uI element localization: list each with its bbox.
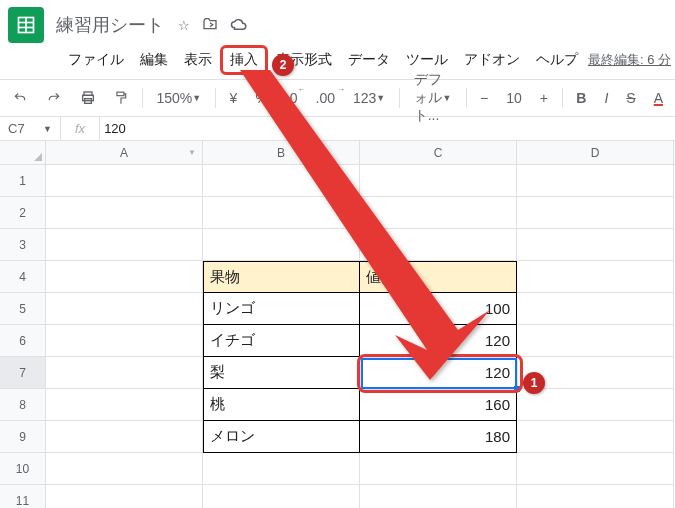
font-size-decrease[interactable]: − xyxy=(476,87,492,109)
select-all-corner[interactable] xyxy=(0,141,46,164)
cell[interactable] xyxy=(517,197,674,229)
menu-edit[interactable]: 編集 xyxy=(132,47,176,73)
cell[interactable] xyxy=(360,485,517,508)
row-header[interactable]: 10 xyxy=(0,453,46,485)
row-header[interactable]: 2 xyxy=(0,197,46,229)
italic-button[interactable]: I xyxy=(600,87,612,109)
menu-view[interactable]: 表示 xyxy=(176,47,220,73)
font-size-increase[interactable]: + xyxy=(536,87,552,109)
selection-handle[interactable] xyxy=(514,386,520,392)
row-header[interactable]: 9 xyxy=(0,421,46,453)
formula-input[interactable]: 120 xyxy=(100,121,126,136)
row-header[interactable]: 8 xyxy=(0,389,46,421)
cell[interactable] xyxy=(517,325,674,357)
menu-file[interactable]: ファイル xyxy=(60,47,132,73)
cell[interactable] xyxy=(46,293,203,325)
font-size-input[interactable]: 10 xyxy=(502,87,526,109)
decrease-decimal-button[interactable]: .0← xyxy=(282,87,302,109)
menu-help[interactable]: ヘルプ xyxy=(528,47,586,73)
col-header-a[interactable]: A▼ xyxy=(46,141,203,164)
cell[interactable] xyxy=(203,485,360,508)
sheets-icon xyxy=(16,15,36,35)
annotation-badge-2: 2 xyxy=(272,54,294,76)
cell-b4[interactable]: 果物 xyxy=(203,261,360,293)
row-header[interactable]: 5 xyxy=(0,293,46,325)
cell[interactable] xyxy=(203,197,360,229)
row-header[interactable]: 7 xyxy=(0,357,46,389)
last-edit-link[interactable]: 最終編集: 6 分 xyxy=(588,51,671,69)
undo-button[interactable] xyxy=(8,88,32,108)
row-header[interactable]: 4 xyxy=(0,261,46,293)
cell-c9[interactable]: 180 xyxy=(360,421,517,453)
cell[interactable] xyxy=(517,453,674,485)
cell[interactable] xyxy=(46,229,203,261)
format-percent-button[interactable]: % xyxy=(251,87,271,109)
increase-decimal-button[interactable]: .00→ xyxy=(312,87,339,109)
strikethrough-button[interactable]: S xyxy=(622,87,639,109)
document-title[interactable]: 練習用シート xyxy=(56,13,164,37)
app-header: 練習用シート ☆ ファイル 編集 表示 挿入 表示形式 データ ツール アドオン… xyxy=(0,0,675,79)
cell-b8[interactable]: 桃 xyxy=(203,389,360,421)
cell[interactable] xyxy=(46,357,203,389)
menu-addons[interactable]: アドオン xyxy=(456,47,528,73)
bold-button[interactable]: B xyxy=(572,87,590,109)
cell[interactable] xyxy=(46,389,203,421)
move-icon[interactable] xyxy=(202,16,218,35)
row-header[interactable]: 1 xyxy=(0,165,46,197)
cell-b9[interactable]: メロン xyxy=(203,421,360,453)
cell[interactable] xyxy=(46,485,203,508)
more-formats-button[interactable]: 123▼ xyxy=(349,87,389,109)
col-header-c[interactable]: C xyxy=(360,141,517,164)
cell[interactable] xyxy=(46,325,203,357)
star-icon[interactable]: ☆ xyxy=(178,18,190,33)
cell[interactable] xyxy=(46,165,203,197)
paint-format-button[interactable] xyxy=(110,87,132,109)
cell-c4[interactable]: 値段 xyxy=(360,261,517,293)
cell[interactable] xyxy=(203,453,360,485)
print-button[interactable] xyxy=(76,87,100,109)
menu-bar: ファイル 編集 表示 挿入 表示形式 データ ツール アドオン ヘルプ 最終編集… xyxy=(8,43,675,79)
menu-insert[interactable]: 挿入 xyxy=(228,49,260,71)
cell[interactable] xyxy=(203,229,360,261)
menu-insert-highlight: 挿入 xyxy=(220,45,268,75)
cell[interactable] xyxy=(46,197,203,229)
cell-c5[interactable]: 100 xyxy=(360,293,517,325)
zoom-select[interactable]: 150% ▼ xyxy=(152,87,205,109)
redo-button[interactable] xyxy=(42,88,66,108)
cell[interactable] xyxy=(517,485,674,508)
cloud-status-icon[interactable] xyxy=(230,17,248,34)
cell[interactable] xyxy=(46,421,203,453)
cell[interactable] xyxy=(360,453,517,485)
cell-b5[interactable]: リンゴ xyxy=(203,293,360,325)
cell[interactable] xyxy=(46,261,203,293)
fx-icon[interactable]: fx xyxy=(61,121,99,136)
cell[interactable] xyxy=(46,453,203,485)
cell-c6[interactable]: 120 xyxy=(360,325,517,357)
cell-c7[interactable]: 120 xyxy=(360,357,517,389)
cell[interactable] xyxy=(360,197,517,229)
cell-b6[interactable]: イチゴ xyxy=(203,325,360,357)
spreadsheet-grid: A▼ B C D 1 2 3 4 果物 値段 5 リンゴ 100 6 イチゴ 1… xyxy=(0,141,675,508)
row-header[interactable]: 11 xyxy=(0,485,46,508)
cell[interactable] xyxy=(517,293,674,325)
cell[interactable] xyxy=(203,165,360,197)
cell-b7[interactable]: 梨 xyxy=(203,357,360,389)
cell-c8[interactable]: 160 xyxy=(360,389,517,421)
name-box[interactable]: C7 ▼ xyxy=(0,121,60,136)
cell[interactable] xyxy=(517,165,674,197)
cell[interactable] xyxy=(517,261,674,293)
font-select[interactable]: デフォルト... ▼ xyxy=(410,68,456,128)
menu-data[interactable]: データ xyxy=(340,47,398,73)
cell[interactable] xyxy=(360,229,517,261)
row-header[interactable]: 6 xyxy=(0,325,46,357)
sheets-logo-icon[interactable] xyxy=(8,7,44,43)
text-color-button[interactable]: A xyxy=(650,87,667,109)
format-currency-button[interactable]: ¥ xyxy=(226,87,242,109)
col-header-b[interactable]: B xyxy=(203,141,360,164)
cell[interactable] xyxy=(517,389,674,421)
cell[interactable] xyxy=(360,165,517,197)
cell[interactable] xyxy=(517,421,674,453)
row-header[interactable]: 3 xyxy=(0,229,46,261)
col-header-d[interactable]: D xyxy=(517,141,674,164)
cell[interactable] xyxy=(517,229,674,261)
